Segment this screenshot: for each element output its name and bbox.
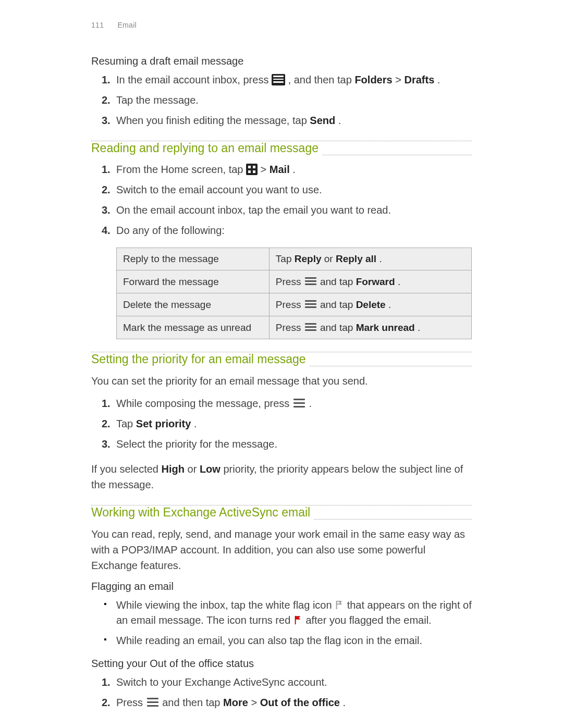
steps-ooo: 1. Switch to your Exchange ActiveSync ac… <box>91 675 472 710</box>
punct: . <box>343 697 346 708</box>
step-text: and then tap <box>162 697 223 708</box>
table-row: Mark the message as unread Press and tap… <box>117 316 472 339</box>
steps-priority: 1. While composing the message, press . … <box>91 396 472 452</box>
list-item: 3. When you finish editing the message, … <box>91 113 472 128</box>
ui-label-reply: Reply <box>295 253 322 264</box>
punct: . <box>398 276 400 287</box>
table-cell-action: Delete the message <box>117 293 270 316</box>
ui-label-forward: Forward <box>356 276 395 287</box>
subheading-flagging: Flagging an email <box>91 581 472 593</box>
text: While viewing the inbox, tap the white f… <box>116 599 335 611</box>
subheading-ooo: Setting your Out of the office status <box>91 658 472 670</box>
table-cell-instruction: Press and tap Forward . <box>269 270 471 293</box>
ui-label-reply-all: Reply all <box>336 253 376 264</box>
punct: . <box>194 418 197 429</box>
punct: . <box>292 164 296 175</box>
step-text: Switch to the email account you want to … <box>116 184 322 195</box>
ui-label-low: Low <box>200 463 221 475</box>
page-number: 111 <box>91 21 104 29</box>
text: after you flagged the email. <box>305 614 431 626</box>
actions-table: Reply to the message Tap Reply or Reply … <box>116 248 472 339</box>
menu-icon <box>292 398 306 409</box>
table-cell-action: Forward the message <box>117 270 270 293</box>
step-text: Select the priority for the message. <box>116 438 277 450</box>
text: Press <box>276 299 304 310</box>
steps-reading-replying: 1. From the Home screen, tap > Mail . 2.… <box>91 162 472 238</box>
table-cell-action: Mark the message as unread <box>117 316 270 339</box>
list-item: 4. Do any of the following: <box>91 223 472 238</box>
list-item: 2. Press and then tap More > Out of the … <box>91 695 472 710</box>
chapter-title: Email <box>117 21 137 29</box>
separator: > <box>395 74 404 85</box>
table-cell-instruction: Tap Reply or Reply all . <box>269 248 471 270</box>
text: If you selected <box>91 463 162 475</box>
page-header: 111 Email <box>91 21 472 29</box>
list-item: 2. Tap Set priority . <box>91 416 472 431</box>
bullets-flagging: While viewing the inbox, tap the white f… <box>91 598 472 648</box>
ui-label-send: Send <box>310 115 335 126</box>
menu-icon <box>304 322 317 333</box>
menu-icon <box>272 74 285 85</box>
section-reading-replying: Reading and replying to an email message <box>91 141 472 157</box>
text: and tap <box>320 299 356 310</box>
step-number: 2. <box>102 93 111 108</box>
ui-label-more: More <box>223 697 248 708</box>
step-number: 1. <box>102 72 111 88</box>
table-cell-instruction: Press and tap Mark unread . <box>269 316 471 339</box>
step-number: 2. <box>102 416 111 431</box>
ui-label-delete: Delete <box>356 299 386 310</box>
paragraph: You can set the priority for an email me… <box>91 373 472 389</box>
paragraph: You can read, reply, send, and manage yo… <box>91 526 472 573</box>
separator: > <box>251 697 260 708</box>
step-number: 1. <box>102 162 111 177</box>
table-cell-action: Reply to the message <box>117 248 270 270</box>
step-text: Switch to your Exchange ActiveSync accou… <box>116 676 327 688</box>
punct: . <box>379 253 382 264</box>
step-text: Do any of the following: <box>116 225 225 236</box>
list-item: 2. Switch to the email account you want … <box>91 182 472 198</box>
ui-label-set-priority: Set priority <box>136 418 191 429</box>
step-text: From the Home screen, tap <box>116 164 246 175</box>
section-priority: Setting the priority for an email messag… <box>91 352 472 368</box>
menu-icon <box>304 299 317 310</box>
list-item: 1. While composing the message, press . <box>91 396 472 411</box>
step-number: 3. <box>102 203 111 218</box>
step-number: 2. <box>102 695 111 710</box>
table-row: Forward the message Press and tap Forwar… <box>117 270 472 293</box>
step-number: 2. <box>102 182 111 198</box>
apps-icon <box>246 164 258 175</box>
step-text: Tap <box>116 418 136 429</box>
section-title: Reading and replying to an email message <box>91 141 322 157</box>
punct: . <box>437 74 440 85</box>
step-text: In the email account inbox, press <box>116 74 272 85</box>
text: Press <box>276 322 304 333</box>
step-text: While composing the message, press <box>116 398 292 409</box>
steps-resume-draft: 1. In the email account inbox, press , a… <box>91 72 472 128</box>
punct: . <box>418 322 420 333</box>
list-item: 3. Select the priority for the message. <box>91 437 472 452</box>
step-number: 3. <box>102 113 111 128</box>
table-cell-instruction: Press and tap Delete . <box>269 293 471 316</box>
text: and tap <box>320 322 356 333</box>
step-number: 1. <box>102 675 111 690</box>
separator: > <box>261 164 270 175</box>
list-item: 1. Switch to your Exchange ActiveSync ac… <box>91 675 472 690</box>
step-text: , and then tap <box>288 74 355 85</box>
text: or <box>188 463 200 475</box>
ui-label-mail: Mail <box>270 164 290 175</box>
step-text: Tap the message. <box>116 94 199 106</box>
list-item: 1. From the Home screen, tap > Mail . <box>91 162 472 177</box>
step-number: 3. <box>102 437 111 452</box>
list-item: While viewing the inbox, tap the white f… <box>91 598 472 628</box>
ui-label-folders: Folders <box>354 74 392 85</box>
menu-icon <box>304 276 317 287</box>
menu-icon <box>146 697 160 708</box>
ui-label-out-of-office: Out of the office <box>260 697 340 708</box>
list-item: While reading an email, you can also tap… <box>91 633 472 648</box>
text: or <box>324 253 336 264</box>
step-text: Press <box>116 697 146 708</box>
punct: . <box>388 299 391 310</box>
list-item: 1. In the email account inbox, press , a… <box>91 72 472 88</box>
punct: . <box>309 398 312 409</box>
subheading-resume-draft: Resuming a draft email message <box>91 55 472 67</box>
